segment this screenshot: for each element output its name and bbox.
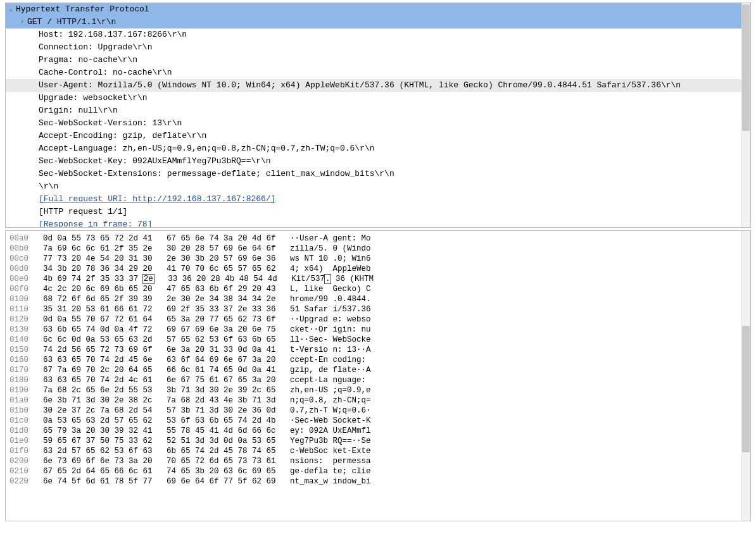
tree-label: User-Agent: Mozilla/5.0 (Windows NT 10.0… [37, 79, 682, 92]
hex-row[interactable]: 0190 7a 68 2c 65 6e 2d 55 53 3b 71 3d 30… [9, 385, 747, 395]
hex-row[interactable]: 0130 63 6b 65 74 0d 0a 4f 72 69 67 69 6e… [9, 325, 747, 335]
hex-ascii: hrome/99 .0.4844. [290, 294, 371, 304]
tree-node-header[interactable]: Sec-WebSocket-Version: 13\r\n [6, 117, 750, 130]
tree-node-header[interactable]: Sec-WebSocket-Extensions: permessage-def… [6, 168, 750, 180]
tree-label: Upgrade: websocket\r\n [37, 92, 149, 104]
scrollbar-thumb[interactable] [742, 4, 750, 131]
hex-row[interactable]: 00e0 4b 69 74 2f 35 33 37 2e 33 36 20 28… [9, 274, 747, 284]
hex-row[interactable]: 01e0 59 65 67 37 50 75 33 62 52 51 3d 3d… [9, 436, 747, 446]
hex-offset: 00e0 [9, 274, 34, 284]
hex-bytes: 7a 68 2c 65 6e 2d 55 53 3b 71 3d 30 2e 3… [43, 385, 276, 395]
expand-icon[interactable]: › [18, 16, 26, 28]
hex-row[interactable]: 0220 6e 74 5f 6d 61 78 5f 77 69 6e 64 6f… [9, 476, 747, 487]
hex-ascii: L, like Gecko) C [290, 284, 371, 294]
hex-offset: 0160 [9, 355, 34, 365]
tree-node-response-frame[interactable]: [Response in frame: 78] [6, 218, 750, 228]
hex-row[interactable]: 0100 68 72 6f 6d 65 2f 39 39 2e 30 2e 34… [9, 294, 747, 304]
scrollbar[interactable] [741, 3, 750, 227]
scrollbar-thumb[interactable] [742, 326, 750, 452]
hex-bytes: 59 65 67 37 50 75 33 62 52 51 3d 3d 0d 0… [43, 436, 276, 446]
hex-bytes: 4c 2c 20 6c 69 6b 65 20 47 65 63 6b 6f 2… [43, 284, 276, 294]
hex-offset: 01b0 [9, 406, 34, 416]
hex-row[interactable]: 0200 6e 73 69 6f 6e 73 3a 20 70 65 72 6d… [9, 456, 747, 466]
tree-label: Accept-Language: zh,en-US;q=0.9,en;q=0.8… [37, 142, 376, 155]
hex-ascii: ··User-A gent: Mo [290, 233, 371, 244]
hex-ascii: ey: 092A UxEAMmfl [290, 426, 371, 436]
response-frame-link[interactable]: [Response in frame: 78] [37, 218, 153, 228]
expand-icon[interactable]: ⌄ [7, 3, 15, 16]
hex-bytes: 67 7a 69 70 2c 20 64 65 66 6c 61 74 65 0… [43, 365, 276, 375]
hex-row[interactable]: 00a0 0d 0a 55 73 65 72 2d 41 67 65 6e 74… [9, 233, 747, 244]
tree-label: Accept-Encoding: gzip, deflate\r\n [37, 130, 208, 142]
tree-node-http[interactable]: ⌄ Hypertext Transfer Protocol [6, 3, 750, 16]
hex-ascii: zilla/5. 0 (Windo [290, 244, 371, 254]
hex-offset: 0150 [9, 345, 34, 355]
hex-bytes: 0d 0a 55 70 67 72 61 64 65 3a 20 77 65 6… [43, 314, 276, 325]
hex-row[interactable]: 01d0 65 79 3a 20 30 39 32 41 55 78 45 41… [9, 426, 747, 436]
hex-bytes: 6e 3b 71 3d 30 2e 38 2c 7a 68 2d 43 4e 3… [43, 395, 276, 406]
tree-node-request-line[interactable]: › GET / HTTP/1.1\r\n [6, 16, 750, 28]
tree-node-full-uri[interactable]: [Full request URI: http://192.168.137.16… [6, 193, 750, 206]
tree-label: Sec-WebSocket-Key: 092AUxEAMmflYeg7Pu3bR… [37, 155, 272, 168]
hex-dump-pane[interactable]: 00a0 0d 0a 55 73 65 72 2d 41 67 65 6e 74… [5, 230, 751, 521]
hex-row[interactable]: 0140 6c 6c 0d 0a 53 65 63 2d 57 65 62 53… [9, 335, 747, 345]
hex-ascii: ll··Sec- WebSocke [290, 335, 371, 345]
tree-node-request-count[interactable]: [HTTP request 1/1] [6, 206, 750, 218]
hex-ascii: cket··Or igin: nu [290, 325, 371, 335]
hex-offset: 00a0 [9, 233, 34, 244]
hex-ascii: Kit/537. 36 (KHTM [291, 274, 374, 284]
hex-row[interactable]: 00d0 34 3b 20 78 36 34 29 20 41 70 70 6c… [9, 264, 747, 274]
hex-ascii: zh,en-US ;q=0.9,e [290, 385, 371, 395]
hex-row[interactable]: 01f0 63 2d 57 65 62 53 6f 63 6b 65 74 2d… [9, 446, 747, 456]
hex-ascii: gzip, de flate··A [290, 365, 371, 375]
hex-row[interactable]: 01a0 6e 3b 71 3d 30 2e 38 2c 7a 68 2d 43… [9, 395, 747, 406]
tree-node-header[interactable]: Accept-Encoding: gzip, deflate\r\n [6, 130, 750, 142]
scrollbar[interactable] [741, 231, 750, 521]
hex-row[interactable]: 00c0 77 73 20 4e 54 20 31 30 2e 30 3b 20… [9, 254, 747, 264]
hex-row[interactable]: 0170 67 7a 69 70 2c 20 64 65 66 6c 61 74… [9, 365, 747, 375]
hex-row[interactable]: 00f0 4c 2c 20 6c 69 6b 65 20 47 65 63 6b… [9, 284, 747, 294]
hex-offset: 0180 [9, 375, 34, 385]
tree-node-header[interactable]: User-Agent: Mozilla/5.0 (Windows NT 10.0… [6, 79, 750, 92]
tree-node-header[interactable]: Cache-Control: no-cache\r\n [6, 66, 750, 79]
hex-bytes: 63 63 65 70 74 2d 4c 61 6e 67 75 61 67 6… [43, 375, 276, 385]
tree-node-header[interactable]: Origin: null\r\n [6, 104, 750, 117]
hex-bytes: 0a 53 65 63 2d 57 65 62 53 6f 63 6b 65 7… [43, 416, 276, 426]
tree-node-header[interactable]: Connection: Upgrade\r\n [6, 41, 750, 54]
tree-node-header[interactable]: Pragma: no-cache\r\n [6, 54, 750, 66]
hex-offset: 01d0 [9, 426, 34, 436]
hex-bytes: 6e 74 5f 6d 61 78 5f 77 69 6e 64 6f 77 5… [43, 476, 276, 487]
hex-row[interactable]: 0210 67 65 2d 64 65 66 6c 61 74 65 3b 20… [9, 466, 747, 476]
hex-ascii: nsions: permessa [290, 456, 371, 466]
hex-row[interactable]: 0150 74 2d 56 65 72 73 69 6f 6e 3a 20 31… [9, 345, 747, 355]
hex-bytes: 63 63 65 70 74 2d 45 6e 63 6f 64 69 6e 6… [43, 355, 276, 365]
tree-label: Sec-WebSocket-Version: 13\r\n [37, 117, 183, 130]
hex-row[interactable]: 0120 0d 0a 55 70 67 72 61 64 65 3a 20 77… [9, 314, 747, 325]
tree-node-header[interactable]: Host: 192.168.137.167:8266\r\n [6, 28, 750, 41]
hex-offset: 0190 [9, 385, 34, 395]
hex-row[interactable]: 01c0 0a 53 65 63 2d 57 65 62 53 6f 63 6b… [9, 416, 747, 426]
tree-node-header[interactable]: \r\n [6, 180, 750, 193]
tree-label: \r\n [37, 180, 60, 193]
hex-row[interactable]: 00b0 7a 69 6c 6c 61 2f 35 2e 30 20 28 57… [9, 244, 747, 254]
tree-label: Pragma: no-cache\r\n [37, 54, 139, 66]
tree-node-header[interactable]: Upgrade: websocket\r\n [6, 92, 750, 104]
hex-bytes: 0d 0a 55 73 65 72 2d 41 67 65 6e 74 3a 2… [43, 233, 276, 244]
hex-row[interactable]: 0180 63 63 65 70 74 2d 4c 61 6e 67 75 61… [9, 375, 747, 385]
tree-label: Sec-WebSocket-Extensions: permessage-def… [37, 168, 396, 180]
hex-ascii: Yeg7Pu3b RQ==··Se [290, 436, 371, 446]
tree-node-header[interactable]: Sec-WebSocket-Key: 092AUxEAMmflYeg7Pu3bR… [6, 155, 750, 168]
hex-ascii: nt_max_w indow_bi [290, 476, 371, 487]
full-uri-link[interactable]: [Full request URI: http://192.168.137.16… [37, 193, 277, 206]
hex-row[interactable]: 0160 63 63 65 70 74 2d 45 6e 63 6f 64 69… [9, 355, 747, 365]
hex-row[interactable]: 0110 35 31 20 53 61 66 61 72 69 2f 35 33… [9, 304, 747, 314]
hex-offset: 00b0 [9, 244, 34, 254]
hex-bytes: 63 6b 65 74 0d 0a 4f 72 69 67 69 6e 3a 2… [43, 325, 276, 335]
hex-row[interactable]: 01b0 30 2e 37 2c 7a 68 2d 54 57 3b 71 3d… [9, 406, 747, 416]
tree-node-header[interactable]: Accept-Language: zh,en-US;q=0.9,en;q=0.8… [6, 142, 750, 155]
hex-offset: 01e0 [9, 436, 34, 446]
hex-bytes: 6c 6c 0d 0a 53 65 63 2d 57 65 62 53 6f 6… [43, 335, 276, 345]
hex-ascii: ge-defla te; clie [290, 466, 371, 476]
protocol-tree-pane[interactable]: ⌄ Hypertext Transfer Protocol › GET / HT… [5, 3, 751, 228]
hex-ascii: 4; x64) AppleWeb [290, 264, 371, 274]
